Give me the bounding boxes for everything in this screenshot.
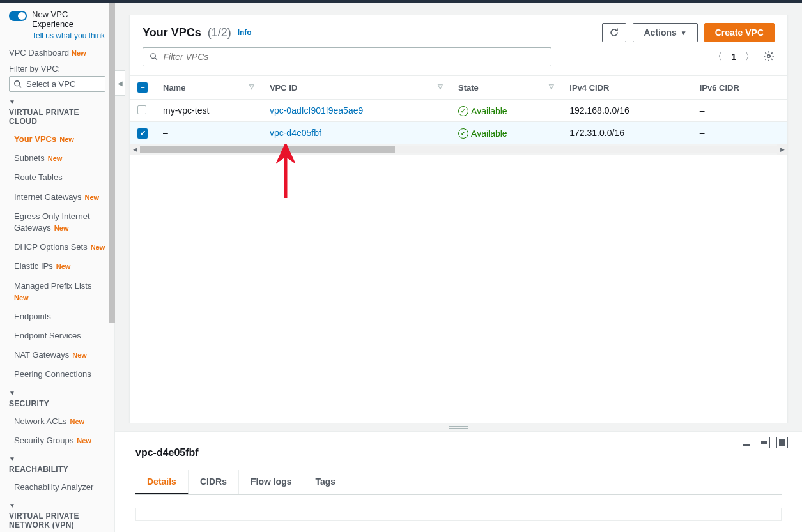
svg-rect-8 [779,439,785,446]
col-state[interactable]: State▽ [451,76,562,100]
vpc-list-panel: Your VPCs (1/2) Info Actions ▼ Create VP… [129,15,788,423]
tab-tags[interactable]: Tags [304,470,348,494]
feedback-link[interactable]: Tell us what you think [32,31,105,40]
layout-full-icon[interactable] [776,437,788,448]
table-settings-button[interactable] [763,50,775,64]
row-checkbox[interactable]: ✔ [137,128,148,139]
sidebar-item[interactable]: Internet Gateways New [9,188,105,207]
cell-ipv6: – [692,122,787,144]
svg-rect-6 [743,444,750,446]
sidebar-item[interactable]: Egress Only Internet Gateways New [9,207,105,238]
table-horizontal-scroll[interactable]: ◀ ▶ [130,144,787,155]
col-vpc-id[interactable]: VPC ID▽ [262,76,451,100]
svg-point-0 [15,80,20,86]
tab-flow-logs[interactable]: Flow logs [239,470,304,494]
col-ipv6: IPv6 CIDR [692,76,787,100]
gear-icon [763,50,775,62]
hscroll-left[interactable]: ◀ [130,144,140,155]
detail-panel: vpc-d4e05fbf DetailsCIDRsFlow logsTags [115,431,802,532]
filter-vpcs-input[interactable] [164,52,544,62]
sidebar: New VPC Experience Tell us what you thin… [0,3,115,532]
cell-ipv4: 172.31.0.0/16 [562,122,691,144]
state-badge: Available [458,106,507,116]
section-header: VIRTUAL PRIVATE CLOUD [9,108,105,126]
svg-line-1 [19,85,22,87]
sidebar-item[interactable]: Route Tables [9,168,105,187]
state-badge: Available [458,128,507,139]
cell-name: – [155,122,262,144]
cell-ipv4: 192.168.0.0/16 [562,100,691,122]
filter-vpcs-input-wrapper[interactable] [143,47,551,66]
panel-splitter[interactable] [115,423,802,431]
sidebar-item[interactable]: Your VPCs New [9,130,105,149]
sidebar-item[interactable]: Endpoint Services [9,326,105,346]
cell-ipv6: – [692,100,787,122]
sidebar-item[interactable]: Security Groups New [9,431,105,450]
svg-line-3 [155,58,157,60]
cell-name: my-vpc-test [155,100,262,122]
table-row[interactable]: ✔–vpc-d4e05fbfAvailable172.31.0.0/16– [130,122,787,144]
sidebar-scrollbar[interactable] [109,3,115,323]
sidebar-item[interactable]: NAT Gateways New [9,346,105,365]
pager-prev[interactable]: 〈 [713,51,722,63]
sidebar-item[interactable]: Managed Prefix Lists New [9,277,105,307]
refresh-button[interactable] [602,23,626,42]
layout-split-icon[interactable] [759,437,770,448]
sidebar-item[interactable]: Reachability Analyzer [9,478,105,497]
svg-point-2 [151,54,156,59]
detail-tabs: DetailsCIDRsFlow logsTags [135,470,782,495]
select-all-checkbox[interactable]: − [137,82,148,93]
toggle-label: New VPC Experience [32,10,105,29]
detail-title: vpc-d4e05fbf [135,447,788,459]
section-header: SECURITY [9,399,105,408]
vpc-id-link[interactable]: vpc-0adfcf901f9ea5ae9 [270,105,363,116]
layout-bottom-icon[interactable] [741,437,752,448]
refresh-icon [609,27,619,38]
sidebar-item[interactable]: DHCP Options Sets New [9,238,105,257]
create-vpc-button[interactable]: Create VPC [704,23,775,42]
section-caret[interactable]: ▼ [9,502,105,509]
tab-cidrs[interactable]: CIDRs [189,470,239,494]
col-ipv4: IPv4 CIDR [562,76,691,100]
selection-count: (1/2) [208,26,231,40]
col-name[interactable]: Name▽ [155,76,262,100]
section-header: VIRTUAL PRIVATE NETWORK (VPN) [9,512,105,529]
svg-rect-7 [761,441,767,444]
main-content: Your VPCs (1/2) Info Actions ▼ Create VP… [115,3,802,532]
vpc-table: − Name▽ VPC ID▽ State▽ IPv4 CIDR IPv6 CI… [130,75,787,144]
tab-details[interactable]: Details [135,470,189,494]
page-title: Your VPCs [143,26,201,40]
detail-body [135,508,782,521]
section-caret[interactable]: ▼ [9,98,105,105]
pager-page: 1 [731,52,736,62]
vpc-dashboard-link[interactable]: VPC Dashboard New [9,48,105,57]
hscroll-right[interactable]: ▶ [777,144,787,155]
vpc-id-link[interactable]: vpc-d4e05fbf [270,128,321,138]
filter-vpc-select[interactable]: Select a VPC [9,76,105,92]
search-icon [13,80,22,89]
table-row[interactable]: my-vpc-testvpc-0adfcf901f9ea5ae9Availabl… [130,100,787,122]
sidebar-item[interactable]: Network ACLs New [9,412,105,431]
section-caret[interactable]: ▼ [9,455,105,462]
sidebar-item[interactable]: Endpoints [9,307,105,326]
pager-next[interactable]: 〉 [745,51,754,63]
filter-by-vpc-label: Filter by VPC: [9,64,105,73]
sidebar-item[interactable]: Peering Connections [9,365,105,384]
sidebar-item[interactable]: Subnets New [9,149,105,168]
row-checkbox[interactable] [137,105,146,114]
sidebar-item[interactable]: Elastic IPs New [9,257,105,276]
section-caret[interactable]: ▼ [9,390,105,397]
info-link[interactable]: Info [238,28,252,37]
chevron-down-icon: ▼ [681,29,687,36]
search-icon [150,52,158,61]
collapse-sidebar-handle[interactable]: ◀ [115,70,125,96]
svg-point-4 [767,54,771,57]
actions-button[interactable]: Actions ▼ [633,23,697,42]
section-header: REACHABILITY [9,465,105,474]
new-experience-toggle[interactable] [9,11,27,21]
